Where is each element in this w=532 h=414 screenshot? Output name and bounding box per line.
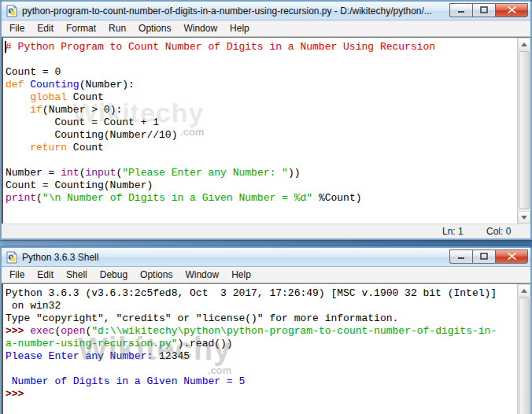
arrow-up-icon [521, 43, 527, 46]
maximize-icon [480, 6, 488, 13]
arrow-up-icon [521, 289, 527, 293]
menu-item-shell[interactable]: Shell [60, 267, 94, 283]
close-button[interactable] [495, 3, 528, 17]
close-icon [508, 6, 516, 13]
idle-file-icon [6, 5, 18, 17]
code-line: Count = Counting(Number) [6, 179, 516, 192]
scrollbar-thumb[interactable] [519, 51, 530, 209]
menu-item-edit[interactable]: Edit [31, 20, 60, 36]
code-line: return Count [6, 142, 516, 154]
editor-code: # Python Program to Count Number of Digi… [6, 41, 516, 205]
menu-item-window[interactable]: Window [179, 267, 225, 283]
close-button[interactable] [495, 250, 528, 264]
editor-menubar: FileEditFormatRunOptionsWindowHelp [2, 20, 530, 37]
maximize-button[interactable] [472, 250, 495, 264]
code-line: Count = Count + 1 [6, 116, 516, 129]
editor-vertical-scrollbar[interactable] [517, 38, 530, 224]
menu-item-options[interactable]: Options [134, 267, 179, 283]
scroll-down-button[interactable] [518, 211, 530, 224]
scroll-up-button[interactable] [518, 284, 530, 297]
menu-item-help[interactable]: Help [224, 20, 256, 36]
maximize-icon [480, 253, 488, 260]
shell-window: Python 3.6.3 Shell FileEditShellDebugOpt… [0, 246, 532, 414]
code-line: Please Enter any Number: 12345 [6, 350, 516, 363]
code-line: Number of Digits in a Given Number = 5 [6, 375, 516, 388]
editor-window-title: python-program-to-count-number-of-digits… [22, 6, 449, 17]
code-line: print("\n Number of Digits in a Given Nu… [6, 192, 516, 205]
status-column: Col: 0 [486, 226, 530, 237]
code-line: on win32 [6, 300, 516, 312]
code-line [6, 154, 516, 167]
code-line: if(Number > 0): [6, 104, 516, 116]
menu-item-window[interactable]: Window [177, 20, 224, 36]
menu-item-help[interactable]: Help [225, 267, 257, 283]
editor-titlebar[interactable]: python-program-to-count-number-of-digits… [2, 2, 530, 20]
menu-item-format[interactable]: Format [60, 20, 102, 36]
code-line: Number = int(input("Please Enter any Num… [6, 167, 516, 179]
code-line: Count = 0 [6, 66, 516, 79]
arrow-down-icon [521, 216, 527, 220]
maximize-button[interactable] [472, 3, 495, 17]
menu-item-file[interactable]: File [3, 20, 31, 36]
editor-text-area[interactable]: # Python Program to Count Number of Digi… [2, 37, 530, 224]
editor-statusbar: Ln: 1 Col: 0 [2, 224, 530, 238]
code-line: Python 3.6.3 (v3.6.3:2c5fed8, Oct 3 2017… [6, 287, 516, 300]
menu-item-run[interactable]: Run [102, 20, 132, 36]
code-line: >>> exec(open("d:\\wikitechy\python\pyth… [6, 325, 516, 338]
scroll-up-button[interactable] [518, 38, 530, 50]
code-line [6, 363, 516, 375]
minimize-button[interactable] [449, 250, 472, 264]
shell-window-title: Python 3.6.3 Shell [22, 252, 449, 263]
scrollbar-thumb[interactable] [519, 298, 530, 414]
minimize-button[interactable] [449, 3, 472, 17]
close-icon [508, 253, 516, 260]
menu-item-debug[interactable]: Debug [94, 267, 134, 283]
editor-window: python-program-to-count-number-of-digits… [0, 0, 532, 240]
status-line: Ln: 1 [442, 226, 486, 237]
idle-shell-icon [6, 251, 18, 264]
shell-text-area[interactable]: Python 3.6.3 (v3.6.3:2c5fed8, Oct 3 2017… [2, 283, 530, 414]
shell-titlebar[interactable]: Python 3.6.3 Shell [2, 248, 530, 267]
code-line: # Python Program to Count Number of Digi… [6, 41, 516, 54]
code-line: a-number-using-recursion.py").read()) [6, 338, 516, 350]
code-line: global Count [6, 91, 516, 104]
shell-vertical-scrollbar[interactable] [517, 284, 530, 414]
shell-output: Python 3.6.3 (v3.6.3:2c5fed8, Oct 3 2017… [6, 287, 516, 401]
menu-item-options[interactable]: Options [132, 20, 177, 36]
code-line: def Counting(Number): [6, 79, 516, 91]
code-line [6, 54, 516, 66]
minimize-icon [457, 6, 465, 13]
desktop: python-program-to-count-number-of-digits… [0, 0, 532, 414]
menu-item-file[interactable]: File [3, 267, 31, 283]
code-line: Counting(Number//10) [6, 129, 516, 142]
shell-menubar: FileEditShellDebugOptionsWindowHelp [2, 267, 530, 283]
code-line: >>> [6, 388, 516, 401]
minimize-icon [457, 253, 465, 260]
code-line: Type "copyright", "credits" or "license(… [6, 312, 516, 325]
menu-item-edit[interactable]: Edit [31, 267, 60, 283]
